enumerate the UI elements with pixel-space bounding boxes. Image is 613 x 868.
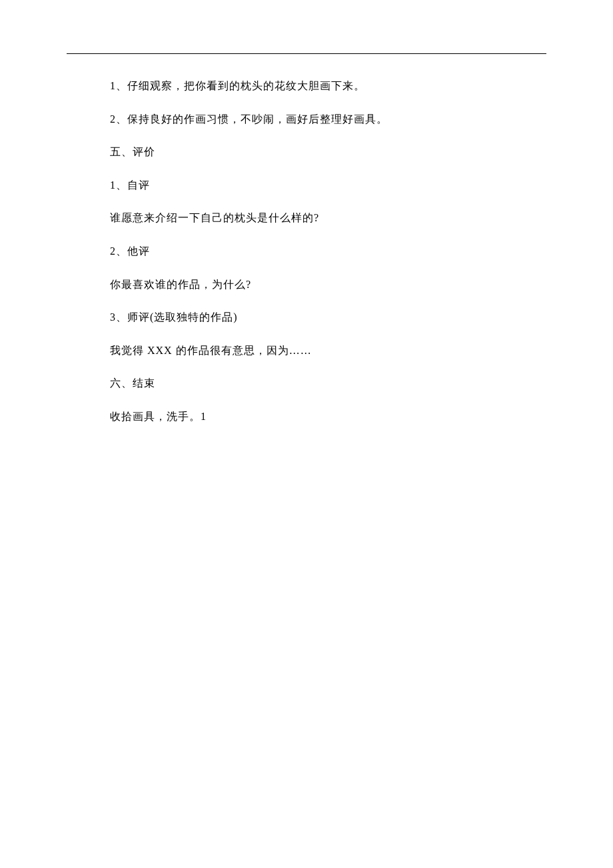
line-self-review: 1、自评 bbox=[67, 177, 546, 194]
line-teacher-review-prompt: 我觉得 XXX 的作品很有意思，因为…… bbox=[67, 342, 546, 359]
line-1: 1、仔细观察，把你看到的枕头的花纹大胆画下来。 bbox=[67, 77, 546, 95]
line-teacher-review: 3、师评(选取独特的作品) bbox=[67, 309, 546, 326]
page-container: 1、仔细观察，把你看到的枕头的花纹大胆画下来。 2、保持良好的作画习惯，不吵闹，… bbox=[0, 0, 613, 425]
section-5-heading: 五、评价 bbox=[67, 143, 546, 161]
line-peer-review: 2、他评 bbox=[67, 243, 546, 260]
section-6-heading: 六、结束 bbox=[67, 375, 546, 392]
top-divider bbox=[67, 53, 546, 54]
line-peer-review-prompt: 你最喜欢谁的作品，为什么? bbox=[67, 276, 546, 293]
line-2: 2、保持良好的作画习惯，不吵闹，画好后整理好画具。 bbox=[67, 111, 546, 128]
line-cleanup: 收拾画具，洗手。1 bbox=[67, 408, 546, 425]
line-self-review-prompt: 谁愿意来介绍一下自己的枕头是什么样的? bbox=[67, 209, 546, 227]
